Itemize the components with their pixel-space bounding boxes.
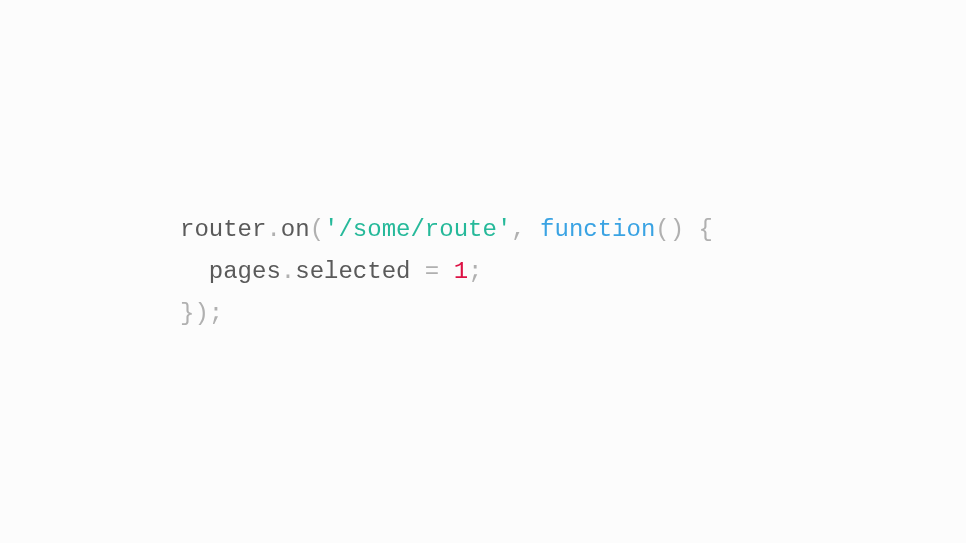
token-semicolon: ;: [209, 300, 223, 327]
token-method: on: [281, 216, 310, 243]
token-open-brace: {: [699, 216, 713, 243]
code-snippet: router.on('/some/route', function() { pa…: [180, 209, 713, 335]
code-line-3: });: [180, 300, 223, 327]
token-identifier: pages: [209, 258, 281, 285]
token-dot: .: [266, 216, 280, 243]
token-close-paren: ): [194, 300, 208, 327]
token-indent: [180, 258, 209, 285]
code-line-1: router.on('/some/route', function() {: [180, 216, 713, 243]
token-equals: =: [425, 258, 439, 285]
token-space: [526, 216, 540, 243]
token-close-brace: }: [180, 300, 194, 327]
token-identifier: router: [180, 216, 266, 243]
token-open-paren: (: [655, 216, 669, 243]
token-string: '/some/route': [324, 216, 511, 243]
token-close-paren: ): [670, 216, 684, 243]
token-semicolon: ;: [468, 258, 482, 285]
token-comma: ,: [511, 216, 525, 243]
token-space: [439, 258, 453, 285]
token-property: selected: [295, 258, 410, 285]
token-space: [684, 216, 698, 243]
token-dot: .: [281, 258, 295, 285]
token-space: [410, 258, 424, 285]
code-line-2: pages.selected = 1;: [180, 258, 482, 285]
token-keyword: function: [540, 216, 655, 243]
token-number: 1: [454, 258, 468, 285]
token-open-paren: (: [310, 216, 324, 243]
